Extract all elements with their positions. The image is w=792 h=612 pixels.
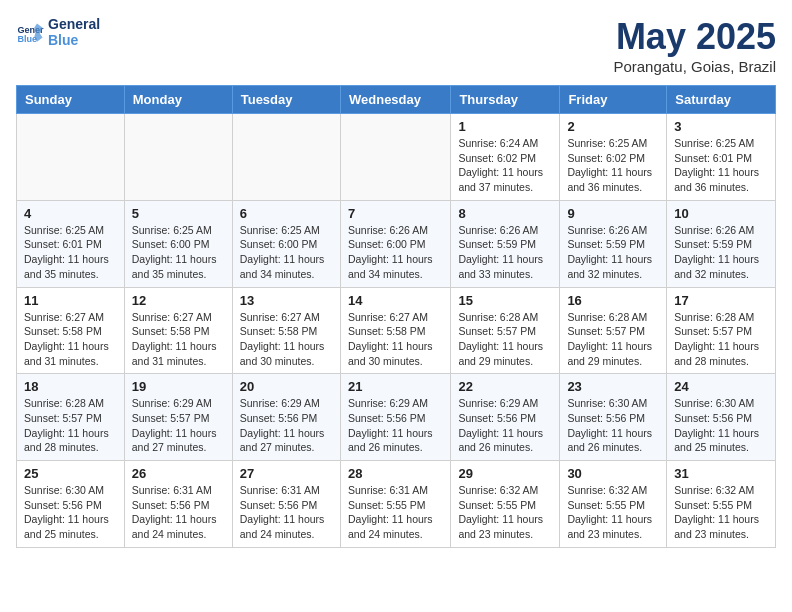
day-cell: 17Sunrise: 6:28 AM Sunset: 5:57 PM Dayli… <box>667 287 776 374</box>
day-info: Sunrise: 6:27 AM Sunset: 5:58 PM Dayligh… <box>240 310 333 369</box>
day-cell: 28Sunrise: 6:31 AM Sunset: 5:55 PM Dayli… <box>340 461 450 548</box>
day-number: 13 <box>240 293 333 308</box>
day-cell: 25Sunrise: 6:30 AM Sunset: 5:56 PM Dayli… <box>17 461 125 548</box>
day-number: 28 <box>348 466 443 481</box>
week-row-5: 25Sunrise: 6:30 AM Sunset: 5:56 PM Dayli… <box>17 461 776 548</box>
day-number: 15 <box>458 293 552 308</box>
day-info: Sunrise: 6:28 AM Sunset: 5:57 PM Dayligh… <box>674 310 768 369</box>
day-cell: 15Sunrise: 6:28 AM Sunset: 5:57 PM Dayli… <box>451 287 560 374</box>
day-number: 23 <box>567 379 659 394</box>
day-cell <box>17 114 125 201</box>
day-number: 24 <box>674 379 768 394</box>
day-info: Sunrise: 6:30 AM Sunset: 5:56 PM Dayligh… <box>567 396 659 455</box>
weekday-header-thursday: Thursday <box>451 86 560 114</box>
logo-icon: General Blue <box>16 18 44 46</box>
day-cell: 14Sunrise: 6:27 AM Sunset: 5:58 PM Dayli… <box>340 287 450 374</box>
day-info: Sunrise: 6:31 AM Sunset: 5:55 PM Dayligh… <box>348 483 443 542</box>
day-cell: 26Sunrise: 6:31 AM Sunset: 5:56 PM Dayli… <box>124 461 232 548</box>
day-info: Sunrise: 6:28 AM Sunset: 5:57 PM Dayligh… <box>458 310 552 369</box>
day-info: Sunrise: 6:32 AM Sunset: 5:55 PM Dayligh… <box>458 483 552 542</box>
location-subtitle: Porangatu, Goias, Brazil <box>613 58 776 75</box>
day-cell: 18Sunrise: 6:28 AM Sunset: 5:57 PM Dayli… <box>17 374 125 461</box>
day-number: 5 <box>132 206 225 221</box>
day-cell: 1Sunrise: 6:24 AM Sunset: 6:02 PM Daylig… <box>451 114 560 201</box>
weekday-header-saturday: Saturday <box>667 86 776 114</box>
logo-text-blue: Blue <box>48 32 100 48</box>
day-number: 19 <box>132 379 225 394</box>
day-number: 25 <box>24 466 117 481</box>
svg-text:Blue: Blue <box>17 34 37 44</box>
day-cell: 23Sunrise: 6:30 AM Sunset: 5:56 PM Dayli… <box>560 374 667 461</box>
day-cell: 20Sunrise: 6:29 AM Sunset: 5:56 PM Dayli… <box>232 374 340 461</box>
day-cell: 10Sunrise: 6:26 AM Sunset: 5:59 PM Dayli… <box>667 200 776 287</box>
day-number: 4 <box>24 206 117 221</box>
day-info: Sunrise: 6:25 AM Sunset: 6:01 PM Dayligh… <box>674 136 768 195</box>
day-info: Sunrise: 6:25 AM Sunset: 6:00 PM Dayligh… <box>240 223 333 282</box>
day-cell: 16Sunrise: 6:28 AM Sunset: 5:57 PM Dayli… <box>560 287 667 374</box>
day-number: 6 <box>240 206 333 221</box>
week-row-3: 11Sunrise: 6:27 AM Sunset: 5:58 PM Dayli… <box>17 287 776 374</box>
day-number: 18 <box>24 379 117 394</box>
day-info: Sunrise: 6:28 AM Sunset: 5:57 PM Dayligh… <box>24 396 117 455</box>
day-number: 1 <box>458 119 552 134</box>
day-cell: 19Sunrise: 6:29 AM Sunset: 5:57 PM Dayli… <box>124 374 232 461</box>
weekday-header-wednesday: Wednesday <box>340 86 450 114</box>
day-info: Sunrise: 6:28 AM Sunset: 5:57 PM Dayligh… <box>567 310 659 369</box>
logo-text-general: General <box>48 16 100 32</box>
day-cell: 27Sunrise: 6:31 AM Sunset: 5:56 PM Dayli… <box>232 461 340 548</box>
week-row-1: 1Sunrise: 6:24 AM Sunset: 6:02 PM Daylig… <box>17 114 776 201</box>
day-cell: 30Sunrise: 6:32 AM Sunset: 5:55 PM Dayli… <box>560 461 667 548</box>
day-number: 30 <box>567 466 659 481</box>
day-number: 7 <box>348 206 443 221</box>
day-info: Sunrise: 6:25 AM Sunset: 6:01 PM Dayligh… <box>24 223 117 282</box>
day-cell: 7Sunrise: 6:26 AM Sunset: 6:00 PM Daylig… <box>340 200 450 287</box>
weekday-header-tuesday: Tuesday <box>232 86 340 114</box>
day-cell: 24Sunrise: 6:30 AM Sunset: 5:56 PM Dayli… <box>667 374 776 461</box>
title-block: May 2025 Porangatu, Goias, Brazil <box>613 16 776 75</box>
day-number: 8 <box>458 206 552 221</box>
day-number: 11 <box>24 293 117 308</box>
day-info: Sunrise: 6:29 AM Sunset: 5:57 PM Dayligh… <box>132 396 225 455</box>
day-cell: 2Sunrise: 6:25 AM Sunset: 6:02 PM Daylig… <box>560 114 667 201</box>
day-info: Sunrise: 6:29 AM Sunset: 5:56 PM Dayligh… <box>240 396 333 455</box>
day-number: 3 <box>674 119 768 134</box>
day-info: Sunrise: 6:26 AM Sunset: 5:59 PM Dayligh… <box>567 223 659 282</box>
day-info: Sunrise: 6:31 AM Sunset: 5:56 PM Dayligh… <box>132 483 225 542</box>
day-info: Sunrise: 6:27 AM Sunset: 5:58 PM Dayligh… <box>132 310 225 369</box>
day-number: 17 <box>674 293 768 308</box>
day-info: Sunrise: 6:26 AM Sunset: 5:59 PM Dayligh… <box>674 223 768 282</box>
day-number: 10 <box>674 206 768 221</box>
day-info: Sunrise: 6:26 AM Sunset: 6:00 PM Dayligh… <box>348 223 443 282</box>
weekday-header-monday: Monday <box>124 86 232 114</box>
day-number: 12 <box>132 293 225 308</box>
day-info: Sunrise: 6:31 AM Sunset: 5:56 PM Dayligh… <box>240 483 333 542</box>
weekday-header-row: SundayMondayTuesdayWednesdayThursdayFrid… <box>17 86 776 114</box>
day-cell: 6Sunrise: 6:25 AM Sunset: 6:00 PM Daylig… <box>232 200 340 287</box>
day-number: 20 <box>240 379 333 394</box>
page-header: General Blue General Blue May 2025 Poran… <box>16 16 776 75</box>
day-info: Sunrise: 6:32 AM Sunset: 5:55 PM Dayligh… <box>567 483 659 542</box>
day-cell <box>340 114 450 201</box>
day-cell: 5Sunrise: 6:25 AM Sunset: 6:00 PM Daylig… <box>124 200 232 287</box>
day-info: Sunrise: 6:25 AM Sunset: 6:00 PM Dayligh… <box>132 223 225 282</box>
day-cell: 8Sunrise: 6:26 AM Sunset: 5:59 PM Daylig… <box>451 200 560 287</box>
day-number: 27 <box>240 466 333 481</box>
day-number: 31 <box>674 466 768 481</box>
day-cell: 29Sunrise: 6:32 AM Sunset: 5:55 PM Dayli… <box>451 461 560 548</box>
day-info: Sunrise: 6:30 AM Sunset: 5:56 PM Dayligh… <box>24 483 117 542</box>
day-cell: 12Sunrise: 6:27 AM Sunset: 5:58 PM Dayli… <box>124 287 232 374</box>
day-number: 22 <box>458 379 552 394</box>
day-number: 9 <box>567 206 659 221</box>
day-cell <box>124 114 232 201</box>
weekday-header-sunday: Sunday <box>17 86 125 114</box>
day-number: 2 <box>567 119 659 134</box>
day-info: Sunrise: 6:29 AM Sunset: 5:56 PM Dayligh… <box>458 396 552 455</box>
month-title: May 2025 <box>613 16 776 58</box>
day-info: Sunrise: 6:26 AM Sunset: 5:59 PM Dayligh… <box>458 223 552 282</box>
day-cell: 21Sunrise: 6:29 AM Sunset: 5:56 PM Dayli… <box>340 374 450 461</box>
day-info: Sunrise: 6:29 AM Sunset: 5:56 PM Dayligh… <box>348 396 443 455</box>
day-number: 26 <box>132 466 225 481</box>
day-number: 14 <box>348 293 443 308</box>
day-cell: 11Sunrise: 6:27 AM Sunset: 5:58 PM Dayli… <box>17 287 125 374</box>
day-info: Sunrise: 6:32 AM Sunset: 5:55 PM Dayligh… <box>674 483 768 542</box>
